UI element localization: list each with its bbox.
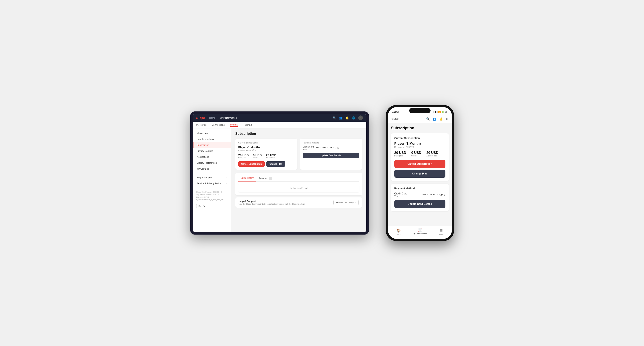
current-subscription-header: Current Subscription xyxy=(238,142,294,144)
nav-link-myperformance[interactable]: My Performance xyxy=(220,117,237,119)
card-number: **** **** **** 4242 xyxy=(316,147,340,150)
chevron-icon: › xyxy=(227,144,228,146)
sidebar-item-notifications[interactable]: Notifications › xyxy=(193,154,231,160)
phone-notch xyxy=(409,108,430,113)
phone-update-card-button[interactable]: Update Card Details xyxy=(394,200,446,208)
tablet-device: clippd Home My Performance 🔍 👥 🔔 🌐 A My … xyxy=(190,111,369,235)
main-content: Subscription Current Subscription Player… xyxy=(231,128,366,232)
phone-payment-header: Payment Method xyxy=(394,187,446,190)
phone-page-title: Subscription xyxy=(391,126,449,130)
home-icon: 🏠 xyxy=(396,229,401,233)
phone-change-plan-button[interactable]: Change Plan xyxy=(394,170,446,178)
bell-icon[interactable]: 🔔 xyxy=(439,117,443,121)
phone-credit: 0 USD Credit xyxy=(412,151,422,157)
top-nav-icons: 🔍 👥 🔔 🌐 A xyxy=(333,116,363,120)
users-icon[interactable]: 👥 xyxy=(339,116,342,120)
sidebar-item-helpsupport[interactable]: Help & Support ↗ xyxy=(193,174,231,180)
subscription-cards: Current Subscription Player (1 Month) Re… xyxy=(235,139,362,170)
phone-device: 10:43 ▐▐▐ 📶 🔋 85 < Back 🔍 👥 🔔 ⊕ Subscrip… xyxy=(386,105,454,241)
phone-status-icons: ▐▐▐ 📶 🔋 85 xyxy=(433,111,447,113)
performance-icon: 📈 xyxy=(418,228,422,232)
chevron-icon: › xyxy=(227,132,228,134)
external-link-icon: ↗ xyxy=(226,182,228,184)
phone-bottom-nav: 🏠 Home 📈 My Performance ☰ Menu xyxy=(388,226,452,239)
payment-method-card: Payment Method Credit Card Visa **** ***… xyxy=(300,139,362,170)
subnav-settings[interactable]: Settings xyxy=(230,123,238,127)
battery-icon: 🔋 xyxy=(442,111,444,113)
plan-renew: Renews on 25/07/23 xyxy=(238,149,294,151)
billing-section: Billing History Referrals 0 No Invoices … xyxy=(235,173,362,195)
avatar[interactable]: A xyxy=(358,116,363,120)
tablet-sub-nav: My Profile Connections Settings Tutorial… xyxy=(193,122,366,128)
tablet-top-nav: clippd Home My Performance 🔍 👥 🔔 🌐 A xyxy=(193,114,366,122)
cancel-subscription-button[interactable]: Cancel Subscription xyxy=(238,161,265,167)
add-icon[interactable]: ⊕ xyxy=(446,117,448,121)
payment-details: Credit Card Visa xyxy=(303,146,314,150)
sidebar-item-displaypreferences[interactable]: Display Preferences › xyxy=(193,160,231,166)
phone-nav: < Back 🔍 👥 🔔 ⊕ xyxy=(388,115,452,123)
no-invoices-message: No Invoices Found xyxy=(238,184,359,192)
change-plan-button[interactable]: Change Plan xyxy=(266,161,285,167)
phone-nav-myperformance[interactable]: 📈 My Performance xyxy=(409,228,430,237)
help-description: Visit the Clippd Community to troublesho… xyxy=(239,203,306,205)
sidebar-item-serviceprivacypolicy[interactable]: Service & Privacy Policy ↗ xyxy=(193,180,231,186)
tab-billing-history[interactable]: Billing History xyxy=(238,175,256,182)
sidebar-item-privacycontrols[interactable]: Privacy Controls › xyxy=(193,148,231,154)
payment-method-header: Payment Method xyxy=(303,142,359,144)
phone-nav-home[interactable]: 🏠 Home xyxy=(388,229,409,236)
sidebar: My Account › Data Integrations › Subscri… xyxy=(193,128,231,232)
plan-name: Player (1 Month) xyxy=(238,146,294,149)
tablet-screen: clippd Home My Performance 🔍 👥 🔔 🌐 A My … xyxy=(193,114,366,232)
phone-payment-method-card: Payment Method Credit Card Visa **** ***… xyxy=(391,184,449,211)
phone-card-number: **** **** **** 4242 xyxy=(422,193,446,196)
search-icon[interactable]: 🔍 xyxy=(426,117,430,121)
tablet-body: My Account › Data Integrations › Subscri… xyxy=(193,128,366,232)
sidebar-item-dataintegrations[interactable]: Data Integrations › xyxy=(193,136,231,142)
globe-icon[interactable]: 🌐 xyxy=(352,116,355,120)
sidebar-divider-2 xyxy=(193,188,231,188)
external-link-icon: ↗ xyxy=(226,176,228,178)
update-card-button[interactable]: Update Card Details xyxy=(303,153,359,158)
help-section: Help & Support Visit the Clippd Communit… xyxy=(235,197,362,208)
chevron-icon: › xyxy=(227,156,228,158)
sidebar-footer: Clippd Client Version: 2023.07.6-8 GQL S… xyxy=(193,189,231,203)
phone-subscription-header: Current Subscription xyxy=(394,137,446,140)
chevron-icon: › xyxy=(227,168,228,170)
phone-nav-menu[interactable]: ☰ Menu xyxy=(430,229,452,236)
payment-card-info: Credit Card Visa **** **** **** 4242 xyxy=(303,146,359,150)
phone-plan-name: Player (1 Month) xyxy=(394,142,446,146)
subnav-connections[interactable]: Connections xyxy=(212,124,224,127)
amount-due: 20 USD Amount due xyxy=(266,154,276,159)
sidebar-item-myaccount[interactable]: My Account › xyxy=(193,130,231,136)
search-icon[interactable]: 🔍 xyxy=(333,116,336,120)
chevron-icon: › xyxy=(227,162,228,164)
nav-link-home[interactable]: Home xyxy=(209,117,216,119)
tab-referrals[interactable]: Referrals 0 xyxy=(256,175,275,182)
chevron-icon: › xyxy=(227,150,228,152)
signal-icon: ▐▐▐ xyxy=(433,111,437,113)
credit-price: 0 USD Credit xyxy=(253,154,262,159)
page-title: Subscription xyxy=(235,132,362,136)
subnav-myprofile[interactable]: My Profile xyxy=(196,124,207,127)
visit-community-button[interactable]: Visit Our Community ↗ xyxy=(333,200,359,205)
back-button[interactable]: < Back xyxy=(392,117,399,120)
phone-pricing: 20 USD Base price 0 USD Credit 20 USD Am… xyxy=(394,151,446,157)
referrals-badge: 0 xyxy=(269,177,272,180)
plan-pricing: 20 USD Base price 0 USD Credit 20 USD Am… xyxy=(238,154,294,159)
users-icon[interactable]: 👥 xyxy=(433,117,436,121)
app-logo: clippd xyxy=(196,116,205,120)
phone-payment-row: Credit Card Visa **** **** **** 4242 xyxy=(394,192,446,197)
plan-actions: Cancel Subscription Change Plan xyxy=(238,161,294,167)
subnav-tutorials[interactable]: Tutorials xyxy=(243,124,252,127)
sidebar-item-mygolfbag[interactable]: My Golf Bag › xyxy=(193,166,231,172)
language-select[interactable]: EN xyxy=(196,204,206,208)
sidebar-item-subscription[interactable]: Subscription › xyxy=(193,142,231,148)
bell-icon[interactable]: 🔔 xyxy=(346,116,349,120)
phone-cancel-subscription-button[interactable]: Cancel Subscription xyxy=(394,160,446,168)
chevron-icon: › xyxy=(227,138,228,140)
wifi-icon: 📶 xyxy=(438,111,441,113)
current-subscription-card: Current Subscription Player (1 Month) Re… xyxy=(235,139,298,170)
phone-amount-due: 20 USD Amount due xyxy=(426,151,438,157)
phone-nav-icons: 🔍 👥 🔔 ⊕ xyxy=(426,117,448,121)
phone-payment-left: Credit Card Visa xyxy=(394,192,407,197)
